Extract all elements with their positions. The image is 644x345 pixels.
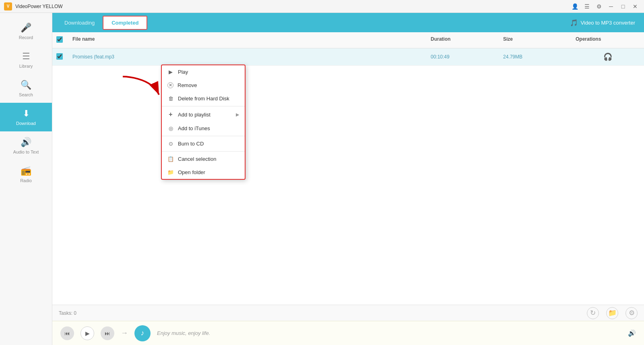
converter-icon: 🎵 <box>570 19 578 27</box>
sidebar-item-record[interactable]: 🎤 Record <box>0 17 52 46</box>
disc-icon: ♪ <box>141 329 144 337</box>
settings-button[interactable]: ⚙ <box>594 2 604 10</box>
audio-to-text-icon: 🔊 <box>21 137 31 148</box>
menu-item-add-itunes[interactable]: ◎ Add to iTunes <box>162 122 245 135</box>
select-all-checkbox[interactable] <box>56 36 63 43</box>
header-operations: Operations <box>572 36 644 44</box>
menu-label-burn-cd: Burn to CD <box>178 141 239 147</box>
gear-button[interactable]: ⚙ <box>625 307 638 319</box>
cancel-selection-icon: 📋 <box>167 156 174 162</box>
menu-item-open-folder[interactable]: 📁 Open folder <box>162 166 245 179</box>
tab-downloading[interactable]: Downloading <box>56 17 103 29</box>
menu-label-delete-hard: Delete from Hard Disk <box>178 96 239 102</box>
menu-divider-1 <box>162 106 245 106</box>
row-checkbox[interactable] <box>56 53 63 60</box>
menu-item-remove[interactable]: ✕ Remove <box>162 79 245 92</box>
player-arrow-icon: → <box>121 329 128 337</box>
library-icon: ☰ <box>22 51 30 62</box>
volume-icon[interactable]: 🔊 <box>628 329 636 337</box>
close-button[interactable]: ✕ <box>630 2 640 10</box>
minimize-button[interactable]: ─ <box>606 2 616 10</box>
menu-divider-3 <box>162 151 245 152</box>
status-bar: Tasks: 0 ↻ 📁 ⚙ <box>52 305 644 321</box>
sidebar: 🎤 Record ☰ Library 🔍 Search ⬇ Download 🔊… <box>0 13 52 345</box>
sidebar-item-radio[interactable]: 📻 Radio <box>0 160 52 189</box>
menu-item-cancel-selection[interactable]: 📋 Cancel selection <box>162 152 245 166</box>
maximize-button[interactable]: □ <box>618 2 628 10</box>
red-arrow <box>119 73 167 105</box>
header-filename: File name <box>68 36 427 44</box>
context-menu-container: ▶ Play ✕ Remove 🗑 Delete from Hard Disk … <box>161 64 246 180</box>
menu-divider-2 <box>162 136 245 136</box>
sidebar-item-audio-to-text[interactable]: 🔊 Audio to Text <box>0 131 52 160</box>
sidebar-label-radio: Radio <box>20 178 32 183</box>
sidebar-label-download: Download <box>16 121 36 126</box>
converter-button[interactable]: 🎵 Video to MP3 converter <box>565 17 640 29</box>
delete-hard-icon: 🗑 <box>167 96 174 102</box>
open-folder-icon: 📁 <box>167 169 174 175</box>
player-disc: ♪ <box>134 325 151 341</box>
headphone-icon[interactable]: 🎧 <box>603 52 612 61</box>
table-header: File name Duration Size Operations <box>52 32 644 48</box>
tab-completed[interactable]: Completed <box>103 16 147 30</box>
header-duration: Duration <box>427 36 499 44</box>
tasks-label: Tasks: 0 <box>59 310 76 316</box>
menu-label-remove: Remove <box>178 82 239 88</box>
context-menu: ▶ Play ✕ Remove 🗑 Delete from Hard Disk … <box>52 32 644 305</box>
remove-icon: ✕ <box>167 82 173 88</box>
submenu-arrow-icon: ▶ <box>236 112 239 117</box>
download-icon: ⬇ <box>23 108 30 119</box>
file-table: File name Duration Size Operations Promi… <box>52 32 644 305</box>
burn-cd-icon: ⊙ <box>167 141 174 147</box>
add-itunes-icon: ◎ <box>167 125 174 131</box>
record-icon: 🎤 <box>21 23 31 33</box>
folder-button[interactable]: 📁 <box>606 307 618 319</box>
row-duration: 00:10:49 <box>427 54 499 60</box>
menu-label-play: Play <box>178 69 239 75</box>
app-logo: V <box>4 2 12 10</box>
table-row[interactable]: Promises (feat.mp3 00:10:49 24.79MB 🎧 <box>52 48 644 66</box>
sidebar-item-library[interactable]: ☰ Library <box>0 46 52 74</box>
profile-button[interactable]: 👤 <box>570 2 580 10</box>
header-size: Size <box>499 36 572 44</box>
list-button[interactable]: ☰ <box>582 2 592 10</box>
player-bar: ⏮ ▶ ⏭ → ♪ Enjoy music, enjoy life. 🔊 <box>52 321 644 345</box>
sidebar-item-search[interactable]: 🔍 Search <box>0 74 52 103</box>
menu-item-add-playlist[interactable]: + Add to playlist ▶ <box>162 107 245 122</box>
app-title: VideoPower YELLOW <box>15 4 570 9</box>
player-text: Enjoy music, enjoy life. <box>157 330 621 336</box>
menu-label-add-itunes: Add to iTunes <box>178 125 239 131</box>
row-size: 24.79MB <box>499 54 572 60</box>
add-playlist-icon: + <box>167 111 174 118</box>
sidebar-label-library: Library <box>19 64 33 69</box>
sidebar-item-download[interactable]: ⬇ Download <box>0 103 52 131</box>
sidebar-label-record: Record <box>19 35 33 40</box>
tab-bar: Downloading Completed 🎵 Video to MP3 con… <box>52 13 644 32</box>
row-filename: Promises (feat.mp3 <box>68 54 427 60</box>
radio-icon: 📻 <box>21 166 31 176</box>
row-operations: 🎧 <box>572 52 644 61</box>
refresh-button[interactable]: ↻ <box>587 307 599 319</box>
next-button[interactable]: ⏭ <box>101 326 114 340</box>
menu-item-delete-hard[interactable]: 🗑 Delete from Hard Disk <box>162 92 245 105</box>
sidebar-label-audio-to-text: Audio to Text <box>13 150 39 154</box>
menu-label-cancel-selection: Cancel selection <box>178 156 239 162</box>
menu-label-open-folder: Open folder <box>178 169 239 175</box>
play-icon: ▶ <box>167 69 174 75</box>
menu-item-play[interactable]: ▶ Play <box>162 65 245 79</box>
titlebar: V VideoPower YELLOW 👤 ☰ ⚙ ─ □ ✕ <box>0 0 644 13</box>
sidebar-label-search: Search <box>19 92 33 97</box>
prev-button[interactable]: ⏮ <box>60 326 74 340</box>
search-icon: 🔍 <box>21 80 31 90</box>
play-button[interactable]: ▶ <box>80 326 94 340</box>
converter-label: Video to MP3 converter <box>580 20 635 26</box>
menu-item-burn-cd[interactable]: ⊙ Burn to CD <box>162 137 245 150</box>
menu-label-add-playlist: Add to playlist <box>178 112 232 118</box>
